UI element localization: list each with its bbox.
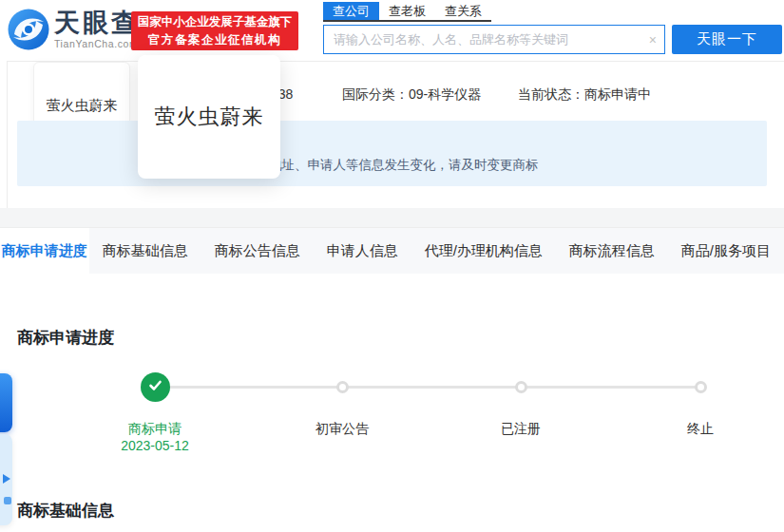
content-left-border: [7, 61, 8, 208]
tab-application-progress[interactable]: 商标申请进度: [0, 228, 89, 274]
progress-section-heading: 商标申请进度: [17, 327, 114, 349]
certification-badge: 国家中小企业发展子基金旗下 官方备案企业征信机构: [131, 11, 298, 50]
logo-domain: TianYanCha.com: [54, 38, 140, 49]
trademark-preview-text: 萤火虫蔚来: [155, 103, 264, 131]
search-area: 查公司 查老板 查关系 × 天眼一下: [323, 2, 782, 54]
step-pending-node: [695, 381, 707, 393]
tab-basic-info[interactable]: 商标基础信息: [89, 228, 201, 274]
tab-announcement-info[interactable]: 商标公告信息: [201, 228, 314, 274]
step-done-node: [141, 372, 170, 402]
basic-info-section-heading: 商标基础信息: [17, 500, 114, 522]
detail-tab-bar: 商标申请进度 商标基础信息 商标公告信息 申请人信息 代理/办理机构信息 商标流…: [0, 227, 784, 274]
step-pending-node: [515, 381, 527, 393]
search-tab-relation[interactable]: 查关系: [435, 2, 491, 20]
step-label-terminated: 终止: [687, 421, 714, 438]
trademark-thumbnail-text: 萤火虫蔚来: [47, 97, 118, 115]
step-label-registered: 已注册: [501, 421, 541, 438]
floating-side-widget-bottom[interactable]: [0, 434, 12, 525]
search-tab-company[interactable]: 查公司: [323, 2, 379, 20]
step-label-preliminary: 初审公告: [316, 421, 369, 438]
site-logo[interactable]: 天眼查 TianYanCha.com: [8, 9, 140, 54]
international-class: 国际分类：09-科学仪器: [342, 86, 481, 104]
step-pending-node: [336, 381, 349, 393]
step-date-application: 2023-05-12: [121, 438, 189, 453]
search-input[interactable]: [324, 26, 647, 53]
search-input-wrap: ×: [323, 25, 665, 54]
search-tab-boss[interactable]: 查老板: [379, 2, 435, 20]
tianyancha-eye-icon: [8, 9, 49, 54]
logo-text: 天眼查: [54, 9, 140, 37]
trademark-preview-popup: 萤火虫蔚来: [138, 55, 280, 179]
badge-line1: 国家中小企业发展子基金旗下: [138, 13, 293, 31]
check-icon: [147, 377, 163, 397]
tab-process-info[interactable]: 商标流程信息: [556, 228, 668, 274]
change-notice-bar: 地址、申请人等信息发生变化，请及时变更商标: [17, 121, 767, 186]
change-notice-text: 地址、申请人等信息发生变化，请及时变更商标: [269, 157, 539, 174]
floating-side-widget-top[interactable]: [0, 373, 12, 432]
search-button[interactable]: 天眼一下: [672, 25, 782, 54]
page: 天眼查 TianYanCha.com 国家中小企业发展子基金旗下 官方备案企业征…: [0, 0, 784, 532]
timeline-line: [155, 386, 700, 389]
tab-applicant-info[interactable]: 申请人信息: [314, 228, 411, 274]
tab-agency-info[interactable]: 代理/办理机构信息: [411, 228, 556, 274]
tab-goods-services[interactable]: 商品/服务项目: [668, 228, 784, 274]
step-label-application: 商标申请: [128, 421, 182, 438]
search-tabs: 查公司 查老板 查关系: [323, 2, 491, 22]
current-status: 当前状态：商标申请中: [518, 86, 651, 104]
widget-icon: [4, 497, 11, 504]
clear-icon[interactable]: ×: [649, 32, 657, 48]
badge-line2: 官方备案企业征信机构: [148, 31, 281, 49]
top-card: 天眼查 TianYanCha.com 国家中小企业发展子基金旗下 官方备案企业征…: [0, 0, 784, 208]
play-icon: [3, 474, 10, 484]
